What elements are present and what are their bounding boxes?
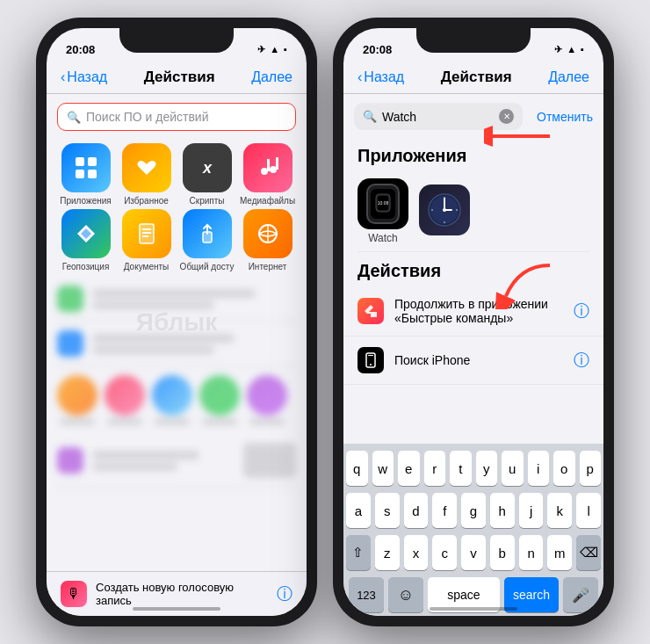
key-s[interactable]: s <box>375 493 400 528</box>
svg-rect-12 <box>142 228 151 230</box>
clock-app[interactable] <box>419 185 470 238</box>
key-z[interactable]: z <box>375 535 400 570</box>
blurred-item-1 <box>57 277 296 322</box>
battery-icon-right: ▪ <box>581 44 584 54</box>
favorites-icon <box>122 143 171 192</box>
blurred-item-3 <box>57 434 296 488</box>
svg-text:x: x <box>201 159 212 177</box>
key-b[interactable]: b <box>490 535 515 570</box>
action-find-iphone[interactable]: Поиск iPhone ⓘ <box>343 336 603 385</box>
nav-title-right: Действия <box>441 69 512 86</box>
key-g[interactable]: g <box>461 493 486 528</box>
home-indicator-left <box>133 607 220 611</box>
share-icon <box>183 209 232 258</box>
search-bar-left[interactable]: 🔍 Поиск ПО и действий <box>57 103 296 131</box>
key-h[interactable]: h <box>490 493 515 528</box>
key-i[interactable]: i <box>528 451 550 486</box>
geo-icon <box>61 209 111 258</box>
key-n[interactable]: n <box>519 535 544 570</box>
key-l[interactable]: l <box>576 493 601 528</box>
category-apps[interactable]: Приложения <box>57 143 114 206</box>
nav-next-right[interactable]: Далее <box>548 69 589 85</box>
share-label: Общий досту <box>180 262 235 271</box>
apps-section-header: Приложения <box>343 137 603 171</box>
key-p[interactable]: p <box>580 451 602 486</box>
keyboard-row-3: ⇧ z x c v b n m ⌫ <box>346 535 601 570</box>
key-x[interactable]: x <box>404 535 429 570</box>
scripts-label: Скрипты <box>190 196 225 206</box>
find-iphone-info-icon[interactable]: ⓘ <box>574 350 589 371</box>
search-container-left: 🔍 Поиск ПО и действий <box>47 94 307 138</box>
notch-left <box>119 28 234 53</box>
key-mic[interactable]: 🎤 <box>563 577 598 612</box>
nav-back-right[interactable]: ‹ Назад <box>358 69 404 85</box>
shortcuts-action-icon <box>358 298 384 324</box>
avatars-row <box>47 366 307 434</box>
avatar-2 <box>105 375 145 425</box>
category-scripts[interactable]: x Скрипты <box>178 143 235 206</box>
category-docs[interactable]: Документы <box>118 209 175 271</box>
blurred-list-2 <box>47 434 307 488</box>
key-d[interactable]: d <box>404 493 429 528</box>
category-share[interactable]: Общий досту <box>178 209 235 271</box>
svg-rect-8 <box>276 157 278 170</box>
arrow-to-watch-icon <box>493 257 554 313</box>
watch-app-label: Watch <box>368 232 398 244</box>
key-k[interactable]: k <box>547 493 572 528</box>
key-a[interactable]: a <box>346 493 371 528</box>
find-iphone-icon <box>358 347 384 373</box>
scripts-icon: x <box>183 143 232 192</box>
key-o[interactable]: o <box>553 451 575 486</box>
status-icons-left: ✈ ▲ ▪ <box>257 44 287 55</box>
keyboard-row-1: q w e r t y u i o p <box>346 451 601 486</box>
svg-rect-2 <box>76 170 84 178</box>
svg-point-30 <box>456 209 458 211</box>
nav-back-left[interactable]: ‹ Назад <box>61 69 107 85</box>
key-j[interactable]: j <box>519 493 544 528</box>
svg-text:10:08: 10:08 <box>378 200 389 206</box>
key-f[interactable]: f <box>432 493 457 528</box>
svg-point-27 <box>444 197 445 199</box>
blurred-dot-2 <box>57 330 83 357</box>
key-r[interactable]: r <box>424 451 446 486</box>
nav-next-left[interactable]: Далее <box>251 69 292 85</box>
search-clear-button[interactable]: ✕ <box>499 109 514 124</box>
keyboard-row-2: a s d f g h j k l <box>346 493 601 528</box>
search-cancel-button[interactable]: Отменить <box>530 110 593 124</box>
category-geo[interactable]: Геопозиция <box>57 209 114 271</box>
wifi-icon-right: ▲ <box>567 44 576 54</box>
category-internet[interactable]: Интернет <box>239 209 296 271</box>
notch-right <box>416 28 531 53</box>
info-icon-left[interactable]: ⓘ <box>277 583 292 604</box>
key-c[interactable]: c <box>432 535 457 570</box>
svg-rect-14 <box>142 235 148 237</box>
favorites-label: Избранное <box>124 196 169 206</box>
key-t[interactable]: t <box>450 451 472 486</box>
key-backspace[interactable]: ⌫ <box>576 535 601 570</box>
search-icon-right: 🔍 <box>363 110 377 123</box>
key-numbers[interactable]: 123 <box>349 577 384 612</box>
key-emoji[interactable]: ☺ <box>388 577 423 612</box>
key-w[interactable]: w <box>372 451 394 486</box>
watch-app[interactable]: 10:08 Watch <box>358 178 408 244</box>
key-e[interactable]: e <box>398 451 420 486</box>
avatar-1 <box>57 375 98 425</box>
category-favorites[interactable]: Избранное <box>118 143 175 206</box>
key-q[interactable]: q <box>346 451 368 486</box>
key-v[interactable]: v <box>461 535 486 570</box>
watch-app-icon: 10:08 <box>358 178 408 229</box>
chevron-left-icon-right: ‹ <box>358 69 362 85</box>
category-media[interactable]: Медиафайлы <box>239 143 296 206</box>
blurred-dot-3 <box>57 447 83 474</box>
key-m[interactable]: m <box>547 535 572 570</box>
action-shortcuts[interactable]: Продолжить в приложении «Быстрые команды… <box>343 286 603 336</box>
shortcuts-info-icon[interactable]: ⓘ <box>574 300 589 322</box>
svg-point-28 <box>444 221 445 223</box>
key-shift[interactable]: ⇧ <box>346 535 371 570</box>
blurred-item-2 <box>57 322 296 366</box>
search-value: Watch <box>382 110 494 124</box>
internet-icon <box>243 209 292 258</box>
avatar-5 <box>247 375 287 425</box>
key-u[interactable]: u <box>502 451 524 486</box>
key-y[interactable]: y <box>476 451 498 486</box>
